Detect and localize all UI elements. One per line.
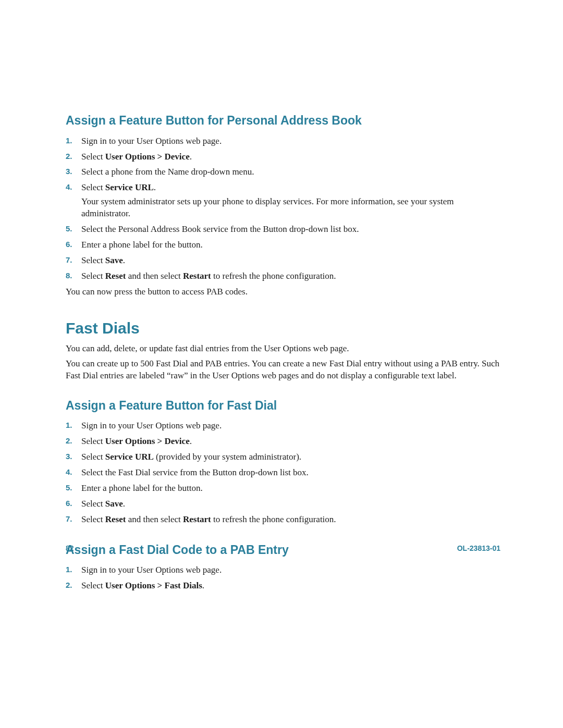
step-text: Select	[81, 499, 105, 509]
step-bold: User Options > Device	[105, 152, 190, 162]
page-footer: 82 OL-23813-01	[66, 544, 500, 552]
step-text: Select	[81, 436, 105, 446]
step-item: Select the Fast Dial service from the Bu…	[66, 467, 500, 479]
step-text: Sign in to your User Options web page.	[81, 421, 222, 430]
step-text: Select the Personal Address Book service…	[81, 224, 359, 234]
step-bold: Service URL	[105, 452, 154, 462]
heading-assign-pab: Assign a Feature Button for Personal Add…	[66, 114, 500, 128]
step-item: Select Save.	[66, 498, 500, 510]
step-text: to refresh the phone configuration.	[211, 271, 336, 281]
step-item: Select Reset and then select Restart to …	[66, 270, 500, 282]
heading-fast-dials: Fast Dials	[66, 319, 500, 338]
step-bold: Restart	[183, 271, 211, 281]
step-text: and then select	[126, 514, 183, 524]
step-bold: User Options > Device	[105, 436, 190, 446]
step-text: .	[123, 499, 125, 509]
step-bold: Save	[105, 499, 123, 509]
step-text: Select	[81, 452, 105, 462]
step-text: .	[190, 152, 192, 162]
step-text: Select	[81, 271, 105, 281]
step-text: .	[154, 182, 156, 192]
step-item: Enter a phone label for the button.	[66, 483, 500, 495]
step-item: Sign in to your User Options web page.	[66, 135, 500, 147]
steps-assign-fastdial-code: Sign in to your User Options web page. S…	[66, 564, 500, 592]
step-bold: Service URL	[105, 182, 154, 192]
step-note: Your system administrator sets up your p…	[81, 196, 500, 220]
step-bold: Reset	[105, 271, 126, 281]
step-text: Select	[81, 152, 105, 162]
step-text: and then select	[126, 271, 183, 281]
document-id: OL-23813-01	[457, 544, 500, 552]
step-item: Select the Personal Address Book service…	[66, 224, 500, 236]
step-item: Select Save.	[66, 255, 500, 267]
step-text: Sign in to your User Options web page.	[81, 136, 222, 146]
step-text: Enter a phone label for the button.	[81, 483, 203, 493]
step-item: Sign in to your User Options web page.	[66, 420, 500, 432]
paragraph: You can add, delete, or update fast dial…	[66, 343, 500, 355]
step-text: .	[123, 255, 125, 265]
step-text: Select a phone from the Name drop-down m…	[81, 167, 254, 177]
step-item: Select Service URL. Your system administ…	[66, 182, 500, 220]
step-text: Select	[81, 255, 105, 265]
step-bold: Reset	[105, 514, 126, 524]
steps-assign-pab: Sign in to your User Options web page. S…	[66, 135, 500, 282]
step-item: Select User Options > Device.	[66, 436, 500, 448]
step-text: .	[202, 581, 204, 590]
step-text: Sign in to your User Options web page.	[81, 565, 222, 575]
step-bold: Restart	[183, 514, 211, 524]
steps-assign-fastdial: Sign in to your User Options web page. S…	[66, 420, 500, 526]
step-text: Select	[81, 514, 105, 524]
paragraph: You can create up to 500 Fast Dial and P…	[66, 358, 500, 382]
step-text: Select	[81, 581, 105, 590]
closing-paragraph: You can now press the button to access P…	[66, 286, 500, 298]
step-bold: Save	[105, 255, 123, 265]
step-text: to refresh the phone configuration.	[211, 514, 336, 524]
step-text: Select	[81, 182, 105, 192]
step-item: Select User Options > Device.	[66, 151, 500, 163]
step-item: Sign in to your User Options web page.	[66, 564, 500, 576]
step-item: Select Service URL (provided by your sys…	[66, 451, 500, 463]
step-item: Select a phone from the Name drop-down m…	[66, 166, 500, 178]
document-page: Assign a Feature Button for Personal Add…	[0, 0, 563, 728]
step-text: Enter a phone label for the button.	[81, 240, 203, 250]
step-item: Select Reset and then select Restart to …	[66, 514, 500, 526]
heading-assign-fastdial: Assign a Feature Button for Fast Dial	[66, 399, 500, 413]
step-item: Select User Options > Fast Dials.	[66, 580, 500, 592]
step-item: Enter a phone label for the button.	[66, 239, 500, 251]
step-text: Select the Fast Dial service from the Bu…	[81, 467, 309, 477]
step-text: .	[190, 436, 192, 446]
step-text: (provided by your system administrator).	[154, 452, 301, 462]
step-bold: User Options > Fast Dials	[105, 581, 202, 590]
page-number: 82	[66, 544, 74, 552]
